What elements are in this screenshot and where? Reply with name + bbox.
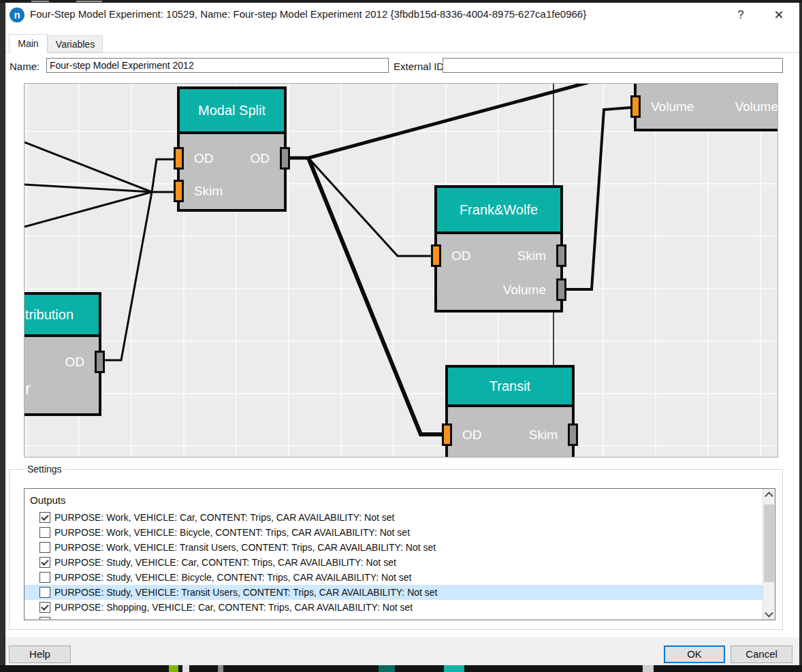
- output-row-label: PURPOSE: Study, VEHICLE: Bicycle, CONTEN…: [54, 570, 411, 585]
- port-od-input[interactable]: [174, 147, 184, 170]
- edge-connection: [25, 192, 152, 227]
- title-bar[interactable]: n Four-Step Model Experiment: 10529, Nam…: [5, 3, 799, 27]
- node-distribution[interactable]: DistributionODr: [24, 292, 101, 416]
- tab-main[interactable]: Main: [9, 34, 48, 53]
- chevron-up-icon: [765, 492, 773, 500]
- model-diagram-canvas[interactable]: Modal SplitODSkimODFrank&WolfeODSkimVolu…: [24, 83, 778, 458]
- port-od-output[interactable]: [280, 147, 290, 170]
- output-row[interactable]: PURPOSE: Work, VEHICLE: Transit Users, C…: [25, 540, 763, 555]
- desktop-background: n Four-Step Model Experiment: 10529, Nam…: [0, 0, 802, 672]
- diagram-edges: [25, 84, 777, 457]
- node-modal-split-header: Modal Split: [180, 89, 284, 134]
- external-id-label: External ID:: [394, 61, 447, 72]
- output-row[interactable]: PURPOSE: Work, VEHICLE: Car, CONTENT: Tr…: [25, 510, 763, 525]
- port-skim-input[interactable]: [174, 180, 184, 202]
- port-label-od: OD: [194, 147, 214, 170]
- close-icon[interactable]: ✕: [764, 3, 794, 27]
- chevron-down-icon: [765, 609, 773, 618]
- outputs-scrollbar[interactable]: [763, 489, 775, 620]
- taskbar-icon-fragment: [169, 665, 178, 672]
- outputs-header: Outputs: [30, 494, 66, 506]
- checkbox-unchecked-icon[interactable]: [39, 572, 50, 583]
- scroll-up-icon[interactable]: [763, 489, 775, 500]
- outputs-listbox[interactable]: Outputs PURPOSE: Work, VEHICLE: Car, CON…: [24, 488, 775, 620]
- cancel-button[interactable]: Cancel: [731, 645, 792, 663]
- checkbox-checked-icon[interactable]: [39, 557, 50, 568]
- background-right-sliver: [799, 3, 802, 665]
- output-row-label: PURPOSE: Work, VEHICLE: Transit Users, C…: [54, 540, 436, 555]
- port-skim-output[interactable]: [556, 244, 566, 267]
- tab-bar: Main Variables: [5, 34, 799, 53]
- external-id-input[interactable]: [443, 58, 783, 73]
- checkbox-checked-icon[interactable]: [39, 512, 50, 523]
- taskbar-icon-fragment: [379, 665, 395, 672]
- port-label-skim: Skim: [194, 180, 223, 202]
- port-label-volume: Volume: [735, 95, 778, 118]
- edge-connection: [25, 142, 152, 192]
- node-modal-split[interactable]: Modal SplitODSkimOD: [177, 86, 287, 212]
- output-row-label: PURPOSE: Study, VEHICLE: Car, CONTENT: T…: [54, 555, 396, 570]
- port-volume-input[interactable]: [630, 95, 641, 118]
- port-label-od: OD: [451, 244, 471, 267]
- tab-divider: [5, 52, 799, 53]
- taskbar-sliver: [0, 665, 802, 672]
- output-row[interactable]: PURPOSE: Study, VEHICLE: Bicycle, CONTEN…: [25, 570, 763, 585]
- scroll-down-icon[interactable]: [763, 608, 775, 620]
- output-row[interactable]: PURPOSE: Study, VEHICLE: Transit Users, …: [25, 585, 763, 600]
- edge-connection: [560, 107, 639, 289]
- port-label-volume: Volume: [503, 278, 546, 301]
- name-input[interactable]: [46, 58, 389, 73]
- node-frank-wolfe[interactable]: Frank&WolfeODSkimVolume: [434, 185, 563, 313]
- output-row[interactable]: PURPOSE: Shopping, VEHICLE: Car, CONTENT…: [25, 600, 763, 615]
- port-label-volume: Volume: [651, 95, 694, 118]
- node-transit[interactable]: TransitODSkim: [445, 365, 575, 458]
- help-titlebar-button[interactable]: ?: [726, 3, 756, 27]
- port-od-output[interactable]: [95, 351, 105, 373]
- settings-group-label: Settings: [25, 464, 65, 475]
- edge-connection: [93, 192, 152, 360]
- port-skim-output[interactable]: [568, 423, 578, 446]
- background-window-fragment: [76, 1, 102, 2]
- output-row-label: PURPOSE: Work, VEHICLE: Car, CONTENT: Tr…: [54, 510, 394, 525]
- node-frank-wolfe-header: Frank&Wolfe: [437, 188, 560, 234]
- dialog-window: n Four-Step Model Experiment: 10529, Nam…: [5, 3, 799, 665]
- port-label-od: OD: [462, 423, 482, 446]
- port-od-input[interactable]: [442, 423, 452, 446]
- help-button[interactable]: Help: [9, 645, 71, 663]
- port-label-skim: Skim: [529, 423, 558, 446]
- output-row[interactable]: [25, 615, 763, 620]
- checkbox-unchecked-icon[interactable]: [39, 527, 50, 538]
- port-label-skim: Skim: [517, 244, 546, 267]
- background-window-fragment: [31, 1, 49, 2]
- checkbox-unchecked-icon[interactable]: [39, 587, 50, 598]
- node-volume[interactable]: VolumeVolume: [634, 83, 778, 131]
- window-title: Four-Step Model Experiment: 10529, Name:…: [30, 8, 586, 20]
- output-row-label: PURPOSE: Work, VEHICLE: Bicycle, CONTENT…: [54, 525, 410, 540]
- port-od-input[interactable]: [431, 244, 441, 267]
- clipped-port-label: r: [25, 379, 31, 398]
- output-row-label: PURPOSE: Shopping, VEHICLE: Car, CONTENT…: [54, 600, 413, 615]
- settings-groupbox: Settings Outputs PURPOSE: Work, VEHICLE:…: [9, 469, 783, 630]
- taskbar-icon-fragment: [218, 665, 223, 672]
- ok-button[interactable]: OK: [664, 645, 725, 663]
- port-volume-output[interactable]: [556, 278, 566, 301]
- checkbox-checked-icon[interactable]: [39, 602, 50, 613]
- edge-connection: [283, 84, 588, 158]
- node-distribution-header: Distribution: [24, 295, 99, 337]
- output-row-label: PURPOSE: Study, VEHICLE: Transit Users, …: [54, 585, 438, 600]
- scrollbar-thumb[interactable]: [764, 505, 774, 582]
- name-label: Name:: [10, 61, 39, 72]
- outputs-list: PURPOSE: Work, VEHICLE: Car, CONTENT: Tr…: [25, 510, 763, 620]
- app-icon: n: [10, 7, 25, 22]
- checkbox-unchecked-icon[interactable]: [39, 617, 50, 620]
- port-label-od: OD: [251, 147, 270, 170]
- tab-variables[interactable]: Variables: [48, 35, 103, 52]
- background-left-sliver: [0, 3, 5, 665]
- dialog-button-bar: Help OK Cancel: [5, 637, 799, 665]
- output-row[interactable]: PURPOSE: Work, VEHICLE: Bicycle, CONTENT…: [25, 525, 763, 540]
- checkbox-unchecked-icon[interactable]: [39, 542, 50, 553]
- node-transit-header: Transit: [448, 368, 572, 407]
- output-row[interactable]: PURPOSE: Study, VEHICLE: Car, CONTENT: T…: [25, 555, 763, 570]
- taskbar-icon-fragment: [643, 665, 654, 672]
- port-label-od: OD: [65, 351, 85, 373]
